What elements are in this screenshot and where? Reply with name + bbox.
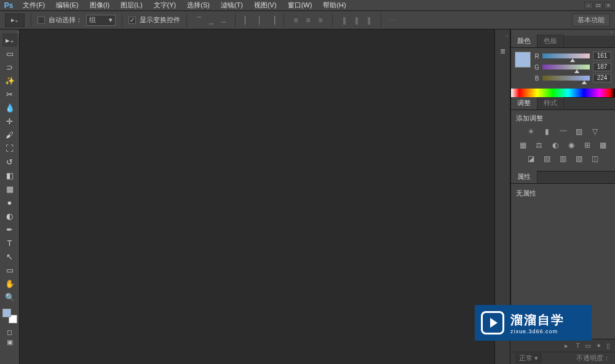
exposure-icon[interactable]: ▨ [574, 127, 585, 136]
menu-view[interactable]: 视图(V) [248, 0, 282, 11]
blend-mode-dropdown[interactable]: 正常▾ [515, 353, 542, 363]
gradient-tool[interactable]: ▦ [2, 182, 17, 196]
current-tool-indicator[interactable]: ▸₊ [5, 14, 25, 27]
curves-icon[interactable]: 〰 [558, 127, 569, 136]
color-spectrum[interactable] [511, 89, 615, 97]
g-value-field[interactable]: 187 [593, 63, 611, 71]
menu-edit[interactable]: 编辑(E) [50, 0, 84, 11]
g-slider[interactable] [542, 65, 590, 69]
shape-tool[interactable]: ▭ [2, 263, 17, 277]
align-top-icon[interactable]: ⎺ [193, 15, 204, 26]
clone-stamp-tool[interactable]: ⛶ [2, 141, 17, 155]
history-brush-tool[interactable]: ↺ [2, 155, 17, 168]
align-hcenter-icon[interactable]: │ [254, 15, 265, 26]
quick-mask-toggle[interactable]: ◻ [2, 327, 17, 337]
minimize-button[interactable]: – [584, 2, 593, 9]
tab-adjustments[interactable]: 调整 [511, 97, 538, 109]
levels-icon[interactable]: ▮ [542, 127, 553, 136]
b-value-field[interactable]: 224 [593, 74, 611, 82]
filter-effect-icon[interactable]: ✦ [596, 342, 601, 350]
eraser-tool[interactable]: ◧ [2, 168, 17, 182]
path-selection-tool[interactable]: ↖ [2, 250, 17, 263]
align-bottom-icon[interactable]: ⎽ [218, 15, 229, 26]
filter-toggle-icon[interactable]: ▯ [606, 342, 610, 350]
tab-properties[interactable]: 属性 [511, 170, 538, 183]
filter-arrow-icon[interactable]: ▸ [565, 342, 568, 350]
dist-hcenter-icon[interactable]: ‖ [351, 15, 362, 26]
auto-select-checkbox[interactable] [38, 17, 45, 24]
screen-mode-toggle[interactable]: ▣ [2, 337, 17, 347]
separator [381, 14, 381, 27]
dist-vcenter-icon[interactable]: ≡ [303, 15, 314, 26]
filter-type-icon[interactable]: T [576, 342, 580, 349]
separator [31, 14, 31, 27]
g-label: G [534, 64, 539, 71]
align-vcenter-icon[interactable]: ⎯ [205, 15, 216, 26]
color-swatch[interactable] [2, 309, 17, 323]
align-right-icon[interactable]: ▕ [266, 15, 277, 26]
posterize-icon[interactable]: ▤ [542, 154, 553, 164]
tab-swatches[interactable]: 色板 [538, 34, 564, 47]
eyedropper-tool[interactable]: 💧 [2, 101, 17, 114]
show-transform-checkbox[interactable] [129, 17, 136, 24]
zoom-tool[interactable]: 🔍 [2, 290, 17, 304]
r-slider[interactable] [542, 53, 590, 58]
bw-icon[interactable]: ◐ [550, 140, 561, 150]
b-label: B [534, 75, 539, 82]
menu-image[interactable]: 图像(I) [84, 0, 115, 11]
dist-right-icon[interactable]: ‖ [363, 15, 375, 26]
selective-color-icon[interactable]: ◫ [590, 154, 601, 164]
menu-file[interactable]: 文件(F) [17, 0, 50, 11]
brush-tool[interactable]: 🖌 [2, 128, 17, 141]
align-left-icon[interactable]: ▏ [242, 15, 253, 26]
menu-window[interactable]: 窗口(W) [282, 0, 318, 11]
r-value-field[interactable]: 161 [593, 52, 611, 60]
dist-bottom-icon[interactable]: ≡ [315, 15, 326, 26]
photo-filter-icon[interactable]: ◉ [566, 140, 577, 150]
close-button[interactable]: × [604, 2, 613, 9]
type-tool[interactable]: T [2, 236, 17, 250]
color-balance-icon[interactable]: ⚖ [534, 140, 545, 150]
lasso-tool[interactable]: ⊃ [2, 60, 17, 74]
invert-icon[interactable]: ◪ [526, 154, 537, 164]
dist-top-icon[interactable]: ≡ [290, 15, 301, 26]
gradient-map-icon[interactable]: ▧ [574, 154, 585, 164]
toolbar-collapse-icon[interactable]: › [17, 30, 19, 35]
tab-color[interactable]: 颜色 [511, 34, 538, 47]
blur-tool[interactable]: ● [2, 196, 17, 209]
dock-collapse-icon[interactable]: ‹ [506, 33, 510, 39]
pen-tool[interactable]: ✒ [2, 223, 17, 236]
channel-mixer-icon[interactable]: ⊞ [582, 140, 593, 150]
workspace-switcher[interactable]: 基本功能 [572, 14, 610, 26]
menu-type[interactable]: 文字(Y) [148, 0, 182, 11]
magic-wand-tool[interactable]: ✨ [2, 74, 17, 87]
foreground-color[interactable] [2, 309, 11, 317]
healing-brush-tool[interactable]: ✛ [2, 114, 17, 128]
auto-select-dropdown[interactable]: 组▾ [86, 15, 116, 26]
dodge-tool[interactable]: ◐ [2, 209, 17, 223]
maximize-button[interactable]: ▭ [594, 2, 603, 9]
add-adjustment-label: 添加调整 [516, 114, 610, 123]
hand-tool[interactable]: ✋ [2, 277, 17, 290]
vibrance-icon[interactable]: ▽ [590, 127, 601, 136]
tab-styles[interactable]: 样式 [538, 97, 564, 109]
history-panel-icon[interactable]: ≣ [496, 45, 509, 57]
menu-filter[interactable]: 滤镜(T) [215, 0, 248, 11]
menu-layer[interactable]: 图层(L) [115, 0, 148, 11]
marquee-tool[interactable]: ▭ [2, 47, 17, 60]
filter-kind-icon[interactable]: ▭ [585, 342, 591, 350]
color-preview[interactable] [515, 52, 531, 68]
menu-help[interactable]: 帮助(H) [317, 0, 351, 11]
b-slider[interactable] [542, 76, 590, 81]
opacity-label: 不透明度： [576, 354, 610, 363]
canvas-area[interactable] [20, 30, 494, 364]
crop-tool[interactable]: ✂ [2, 87, 17, 101]
hue-sat-icon[interactable]: ▦ [518, 140, 529, 150]
dist-left-icon[interactable]: ‖ [339, 15, 350, 26]
auto-align-icon[interactable]: 𝄖 [387, 15, 399, 26]
brightness-icon[interactable]: ☀ [526, 127, 537, 136]
move-tool[interactable]: ▸₊ [2, 33, 17, 47]
menu-select[interactable]: 选择(S) [181, 0, 215, 11]
color-lookup-icon[interactable]: ▩ [598, 140, 609, 150]
threshold-icon[interactable]: ▥ [558, 154, 569, 164]
